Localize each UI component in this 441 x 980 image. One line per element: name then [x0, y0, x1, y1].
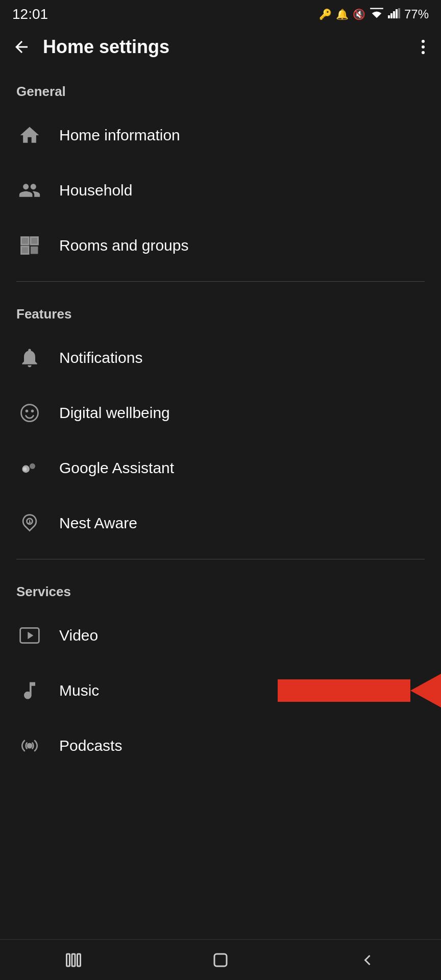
- digital-wellbeing-label: Digital wellbeing: [59, 404, 170, 422]
- dot2: [422, 45, 425, 48]
- home-information-label: Home information: [59, 127, 180, 144]
- svg-point-12: [30, 463, 35, 469]
- bottom-navigation: [0, 939, 441, 980]
- alert-icon: 🔔: [336, 8, 349, 20]
- podcasts-icon: [16, 732, 43, 759]
- svg-point-8: [21, 405, 38, 422]
- mute-icon: 🔇: [353, 8, 365, 20]
- household-icon: [16, 177, 43, 204]
- battery-indicator: 77%: [404, 7, 429, 21]
- svg-rect-19: [78, 954, 81, 966]
- menu-item-music[interactable]: Music: [0, 663, 441, 718]
- menu-item-video[interactable]: Video: [0, 608, 441, 663]
- section-features-header: Features: [0, 290, 441, 330]
- svg-rect-3: [396, 9, 398, 18]
- google-assistant-label: Google Assistant: [59, 459, 174, 477]
- settings-content: General Home information Household: [0, 67, 441, 814]
- menu-item-rooms-and-groups[interactable]: Rooms and groups: [0, 218, 441, 273]
- svg-rect-4: [398, 8, 400, 18]
- video-label: Video: [59, 627, 98, 644]
- divider-features-services: [16, 559, 425, 559]
- rooms-icon: [16, 232, 43, 259]
- app-bar: Home settings: [0, 27, 441, 67]
- menu-item-home-information[interactable]: Home information: [0, 108, 441, 163]
- svg-point-10: [31, 410, 34, 413]
- status-icons: 🔑 🔔 🔇 77%: [319, 7, 429, 21]
- assistant-icon: [16, 455, 43, 481]
- signal-icon: [388, 8, 400, 21]
- status-bar: 12:01 🔑 🔔 🔇 77%: [0, 0, 441, 27]
- svg-point-9: [26, 410, 29, 413]
- page-title: Home settings: [43, 36, 418, 58]
- podcasts-label: Podcasts: [59, 737, 122, 754]
- section-general-header: General: [0, 67, 441, 108]
- music-label: Music: [59, 682, 99, 699]
- nav-recents-button[interactable]: [0, 940, 147, 980]
- section-services-header: Services: [0, 568, 441, 608]
- home-icon: [16, 122, 43, 149]
- svg-rect-18: [72, 954, 75, 966]
- menu-item-notifications[interactable]: Notifications: [0, 330, 441, 385]
- household-label: Household: [59, 182, 132, 199]
- dot1: [422, 40, 425, 43]
- rooms-and-groups-label: Rooms and groups: [59, 237, 188, 254]
- svg-rect-2: [393, 11, 395, 18]
- svg-marker-15: [28, 632, 33, 640]
- wellbeing-icon: [16, 400, 43, 426]
- dot3: [422, 51, 425, 54]
- notifications-label: Notifications: [59, 349, 142, 366]
- wifi-icon: [370, 8, 384, 21]
- status-time: 12:01: [12, 6, 48, 22]
- svg-rect-20: [214, 954, 227, 966]
- nav-home-button[interactable]: [147, 940, 294, 980]
- nestaware-icon: [16, 510, 43, 536]
- menu-item-household[interactable]: Household: [0, 163, 441, 218]
- key-icon: 🔑: [319, 8, 332, 20]
- svg-point-16: [27, 743, 33, 749]
- svg-rect-0: [388, 15, 390, 18]
- menu-item-podcasts[interactable]: Podcasts: [0, 718, 441, 773]
- more-options-button[interactable]: [418, 36, 429, 58]
- nest-aware-label: Nest Aware: [59, 514, 137, 532]
- music-icon: [16, 677, 43, 704]
- back-button[interactable]: [12, 38, 31, 56]
- menu-item-google-assistant[interactable]: Google Assistant: [0, 440, 441, 496]
- video-icon: [16, 622, 43, 649]
- svg-point-13: [23, 467, 27, 471]
- nav-back-button[interactable]: [294, 940, 441, 980]
- svg-rect-17: [67, 954, 70, 966]
- menu-item-digital-wellbeing[interactable]: Digital wellbeing: [0, 385, 441, 440]
- bell-icon: [16, 345, 43, 371]
- divider-general-features: [16, 281, 425, 282]
- menu-item-nest-aware[interactable]: Nest Aware: [0, 496, 441, 551]
- red-arrow-annotation: [278, 668, 441, 713]
- svg-rect-1: [390, 13, 393, 18]
